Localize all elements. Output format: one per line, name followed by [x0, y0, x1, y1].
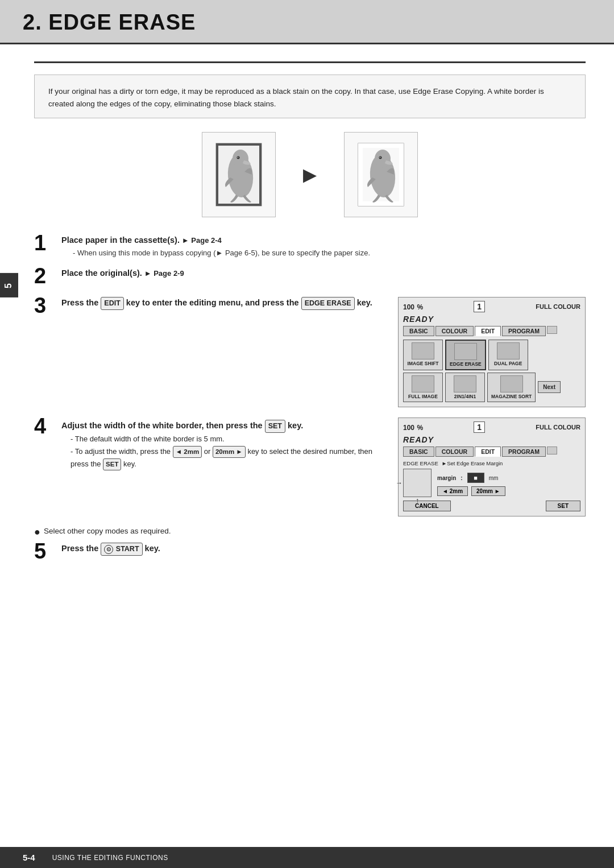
set-button[interactable]: SET: [546, 501, 580, 511]
step-5-content: Press the ⊙ START key.: [61, 543, 586, 556]
mm-buttons: ◄ 2mm 20mm ►: [437, 486, 505, 496]
step-4-sub-2: To adjust the width, press the ◄ 2mm or …: [61, 445, 387, 471]
p2-tab-extra-icon[interactable]: [547, 447, 557, 454]
svg-rect-11: [358, 143, 363, 206]
step-1-sub: When using this mode in bypass copying (…: [61, 249, 586, 257]
step-1-content: Place paper in the cassette(s). ► Page 2…: [61, 234, 586, 257]
svg-point-15: [375, 150, 391, 168]
step-2-content: Place the original(s). ► Page 2-9: [61, 267, 586, 280]
diagram-arrow: ►: [298, 162, 321, 188]
step-3-content: Press the EDIT key to enter the editing …: [61, 297, 387, 310]
erase-margin-row: EDGE ERASE ►Set Edge Erase Margin: [403, 460, 580, 466]
margin-label: margin: [437, 475, 456, 481]
svg-point-6: [233, 150, 248, 168]
start-symbol: ⊙: [104, 545, 113, 554]
image-shift-btn[interactable]: IMAGE SHIFT: [403, 340, 443, 370]
margin-settings: margin : ■ mm ◄ 2mm 20mm ►: [437, 469, 505, 496]
page-footer: 5-4 USING THE EDITING FUNCTIONS: [0, 847, 614, 868]
step-1: 1 Place paper in the cassette(s). ► Page…: [34, 234, 586, 257]
set-key-2[interactable]: SET: [103, 458, 121, 471]
erase-visual: → ↑ margin : ■ mm ◄ 2mm 20mm ►: [403, 469, 580, 497]
svg-rect-4: [216, 204, 262, 206]
step-5-number: 5: [34, 540, 56, 562]
magazine-sort-btn[interactable]: MAGAZINE SORT: [487, 373, 536, 402]
svg-point-8: [238, 157, 239, 158]
step-2-ref: ► Page 2-9: [144, 269, 184, 278]
full-image-btn[interactable]: FULL IMAGE: [403, 373, 443, 402]
set-key[interactable]: SET: [265, 420, 285, 433]
step-4-main: Adjust the width of the white border, th…: [61, 421, 303, 430]
tab-edit[interactable]: EDIT: [475, 326, 501, 336]
panel1-row1: IMAGE SHIFT EDGE ERASE DUAL PAGE: [403, 340, 580, 370]
p2-tab-program[interactable]: PROGRAM: [502, 447, 546, 457]
step-1-sub-item: When using this mode in bypass copying (…: [64, 249, 586, 257]
panel2-ready: READY: [403, 435, 580, 444]
panel2-count: 1: [474, 421, 485, 433]
panel1-row2: FULL IMAGE 2IN1/4IN1 MAGAZINE SORT Next: [403, 373, 580, 402]
step-4: 4 Adjust the width of the white border, …: [34, 418, 387, 471]
svg-rect-10: [358, 143, 404, 148]
panel1-percent: 100 %: [403, 301, 423, 311]
bullet-note: ● Select other copy modes as required.: [34, 527, 586, 537]
step-4-sub-1: The default width of the white border is…: [61, 433, 387, 445]
tab-program[interactable]: PROGRAM: [502, 326, 546, 336]
next-button[interactable]: Next: [538, 381, 561, 393]
dolphin-after-image: [355, 140, 406, 209]
cancel-button[interactable]: CANCEL: [403, 501, 451, 511]
step-4-number: 4: [34, 415, 56, 437]
dual-page-icon: [497, 342, 520, 359]
dual-page-btn[interactable]: DUAL PAGE: [488, 340, 528, 370]
tab-basic[interactable]: BASIC: [403, 326, 434, 336]
edge-erase-breadcrumb: EDGE ERASE: [403, 460, 438, 466]
step-4-left: 4 Adjust the width of the white border, …: [34, 418, 387, 481]
2mm-key[interactable]: ◄ 2mm: [173, 446, 202, 458]
step-2: 2 Place the original(s). ► Page 2-9: [34, 267, 586, 287]
dual-page-label: DUAL PAGE: [492, 361, 524, 366]
bullet-note-text: Select other copy modes as required.: [44, 527, 171, 535]
dolphin-before: [202, 132, 276, 217]
panel1-colour: FULL COLOUR: [536, 303, 580, 310]
full-image-label: FULL IMAGE: [407, 394, 439, 399]
side-tab: 5: [0, 273, 18, 297]
step-3-number: 3: [34, 295, 56, 316]
p2-tab-basic[interactable]: BASIC: [403, 447, 434, 457]
edge-erase-label: EDGE ERASE: [450, 361, 482, 367]
2in1-4in1-btn[interactable]: 2IN1/4IN1: [445, 373, 485, 402]
main-content: If your original has a dirty or torn edg…: [0, 44, 614, 584]
edge-erase-key[interactable]: EDGE ERASE: [301, 297, 355, 310]
step-5: 5 Press the ⊙ START key.: [34, 543, 586, 562]
margin-row: margin : ■ mm: [437, 473, 505, 483]
step-1-ref: ► Page 2-4: [182, 236, 222, 245]
ui-panel-1-header: 100 % 1 FULL COLOUR: [403, 301, 580, 312]
panel2-percent: 100 %: [403, 422, 423, 432]
2mm-button[interactable]: ◄ 2mm: [437, 486, 468, 496]
step-4-sub: The default width of the white border is…: [61, 433, 387, 471]
edit-key[interactable]: EDIT: [101, 297, 123, 310]
step-4-panel: 100 % 1 FULL COLOUR READY BASIC COLOUR E…: [398, 418, 586, 516]
panel1-count: 1: [474, 301, 485, 312]
20mm-button[interactable]: 20mm ►: [471, 486, 505, 496]
step-3-main: Press the EDIT key to enter the editing …: [61, 298, 372, 307]
edge-erase-btn[interactable]: EDGE ERASE: [445, 340, 486, 370]
p2-tab-colour[interactable]: COLOUR: [435, 447, 474, 457]
20mm-key[interactable]: 20mm ►: [213, 446, 246, 458]
intro-text: If your original has a dirty or torn edg…: [48, 85, 571, 110]
p2-tab-edit[interactable]: EDIT: [475, 447, 501, 457]
svg-rect-2: [216, 143, 218, 206]
panel2-colour: FULL COLOUR: [536, 424, 580, 431]
ui-panel-1: 100 % 1 FULL COLOUR READY BASIC COLOUR E…: [398, 297, 586, 407]
footer-text: USING THE EDITING FUNCTIONS: [52, 854, 168, 862]
step-3-container: 3 Press the EDIT key to enter the editin…: [34, 297, 586, 407]
svg-rect-3: [259, 143, 262, 206]
ui-panel-2-header: 100 % 1 FULL COLOUR: [403, 421, 580, 433]
page-header: 2. EDGE ERASE: [0, 0, 614, 44]
step-4-container: 4 Adjust the width of the white border, …: [34, 418, 586, 516]
edge-erase-icon: [454, 343, 477, 360]
tab-extra-icon[interactable]: [547, 326, 557, 334]
2in1-label: 2IN1/4IN1: [449, 394, 481, 399]
start-key[interactable]: ⊙ START: [101, 543, 142, 556]
2in1-icon: [454, 375, 476, 392]
step-4-content: Adjust the width of the white border, th…: [61, 420, 387, 471]
tab-colour[interactable]: COLOUR: [435, 326, 474, 336]
erase-diagram: → ↑: [403, 469, 432, 497]
